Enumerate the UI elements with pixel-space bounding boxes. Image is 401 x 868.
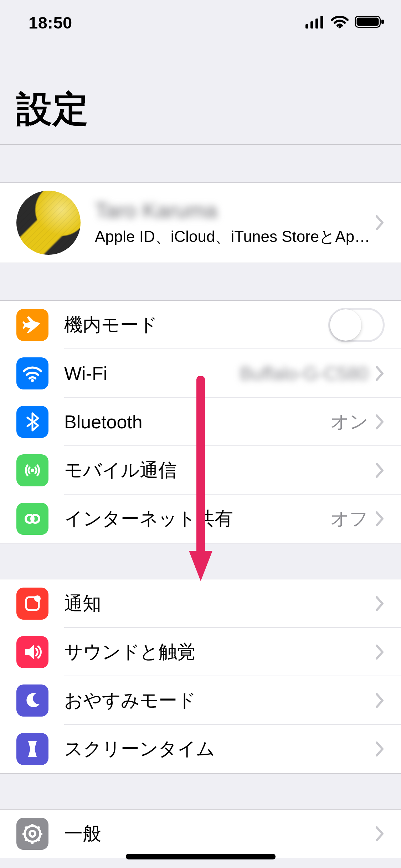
home-indicator [126, 854, 276, 859]
airplane-mode-row[interactable]: 機内モード [0, 301, 401, 349]
wifi-row[interactable]: Wi-Fi Buffalo-G-C580 [0, 349, 401, 398]
svg-rect-3 [320, 16, 323, 29]
wifi-value: Buffalo-G-C580 [240, 363, 375, 384]
bluetooth-value: オン [330, 409, 375, 434]
dnd-row[interactable]: おやすみモード [0, 676, 401, 725]
screentime-icon [16, 733, 48, 765]
wifi-status-icon [330, 13, 349, 32]
general-group: 一般 [0, 809, 401, 858]
sounds-row[interactable]: サウンドと触覚 [0, 628, 401, 676]
svg-point-9 [31, 469, 34, 472]
profile-group: Taro Karuma Apple ID、iCloud、iTunes Store… [0, 182, 401, 263]
svg-rect-7 [381, 20, 384, 24]
avatar [16, 191, 81, 255]
profile-subtitle: Apple ID、iCloud、iTunes StoreとApp S... [95, 226, 375, 247]
row-label: おやすみモード [64, 688, 196, 713]
screentime-row[interactable]: スクリーンタイム [0, 725, 401, 773]
svg-line-22 [37, 827, 40, 829]
svg-point-13 [34, 595, 41, 602]
gear-icon [16, 818, 48, 850]
hotspot-icon [16, 503, 48, 535]
notifications-group: 通知 サウンドと触覚 おやすみモード スクリーンタイム [0, 579, 401, 774]
row-label: モバイル通信 [64, 458, 177, 483]
chevron-right-icon [375, 644, 385, 660]
notification-icon [16, 588, 48, 620]
chevron-right-icon [375, 414, 385, 430]
airplane-icon [16, 309, 48, 341]
wifi-icon [16, 357, 48, 389]
chevron-right-icon [375, 596, 385, 611]
row-label: 通知 [64, 591, 101, 616]
sound-icon [16, 636, 48, 668]
svg-line-20 [25, 827, 27, 829]
svg-line-21 [37, 839, 40, 841]
cellular-signal-icon [305, 13, 325, 32]
svg-rect-2 [315, 19, 318, 29]
hotspot-value: オフ [330, 506, 375, 531]
apple-id-row[interactable]: Taro Karuma Apple ID、iCloud、iTunes Store… [0, 183, 401, 263]
hotspot-row[interactable]: インターネット共有 オフ [0, 495, 401, 543]
svg-point-8 [31, 379, 34, 382]
row-label: 機内モード [64, 312, 158, 337]
svg-line-23 [25, 839, 27, 841]
status-bar: 18:50 [0, 0, 401, 50]
row-label: スクリーンタイム [64, 737, 215, 761]
chevron-right-icon [375, 463, 385, 478]
chevron-right-icon [375, 741, 385, 757]
general-row[interactable]: 一般 [0, 810, 401, 858]
cellular-icon [16, 454, 48, 486]
row-label: Bluetooth [64, 411, 143, 433]
profile-name: Taro Karuma [95, 198, 375, 223]
svg-point-4 [339, 26, 341, 29]
chevron-right-icon [375, 511, 385, 527]
svg-rect-0 [305, 24, 308, 29]
chevron-right-icon [375, 693, 385, 708]
cellular-row[interactable]: モバイル通信 [0, 446, 401, 495]
chevron-right-icon [375, 215, 385, 231]
notifications-row[interactable]: 通知 [0, 579, 401, 628]
battery-icon [355, 13, 385, 32]
bluetooth-row[interactable]: Bluetooth オン [0, 398, 401, 446]
row-label: 一般 [64, 821, 101, 846]
bluetooth-icon [16, 406, 48, 438]
svg-rect-6 [357, 18, 379, 26]
svg-point-15 [30, 831, 35, 837]
row-label: Wi-Fi [64, 363, 107, 384]
chevron-right-icon [375, 826, 385, 842]
connectivity-group: 機内モード Wi-Fi Buffalo-G-C580 Bluetooth オン … [0, 300, 401, 543]
row-label: サウンドと触覚 [64, 640, 196, 665]
svg-rect-1 [310, 21, 313, 29]
page-title: 設定 [0, 50, 401, 144]
status-time: 18:50 [0, 13, 72, 32]
chevron-right-icon [375, 366, 385, 381]
airplane-toggle[interactable] [328, 308, 385, 342]
dnd-icon [16, 684, 48, 717]
row-label: インターネット共有 [64, 506, 233, 531]
